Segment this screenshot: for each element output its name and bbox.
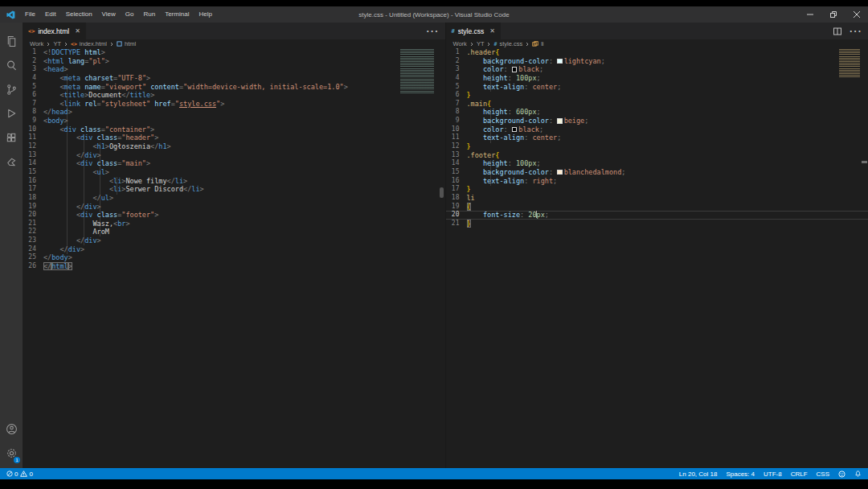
color-swatch[interactable] xyxy=(512,67,518,72)
more-actions-icon[interactable]: ⋯ xyxy=(849,23,862,39)
source-control-icon[interactable] xyxy=(0,77,23,101)
menu-item-go[interactable]: Go xyxy=(121,6,139,23)
tab-index-html[interactable]: <> index.html ✕ xyxy=(23,23,87,39)
restore-button[interactable] xyxy=(821,6,845,23)
code-line[interactable]: 13 </div> xyxy=(23,151,445,160)
code-line[interactable]: 24 </div> xyxy=(23,245,445,254)
code-line[interactable]: 5 text-align: center; xyxy=(446,83,868,92)
explorer-icon[interactable] xyxy=(0,29,23,53)
tab-bar-right: # style.css ✕ ⋯ xyxy=(446,23,868,39)
breadcrumb-item[interactable]: style.css xyxy=(499,40,522,47)
tab-style-css[interactable]: # style.css ✕ xyxy=(446,23,502,39)
code-line[interactable]: 20 font-size: 20px; xyxy=(446,211,868,220)
color-swatch[interactable] xyxy=(557,170,563,175)
code-line[interactable]: 16 <li>Nowe filmy</li> xyxy=(23,177,445,186)
menu-item-terminal[interactable]: Terminal xyxy=(160,6,194,23)
code-line[interactable]: 11 text-align: center; xyxy=(446,134,868,142)
close-tab-icon[interactable]: ✕ xyxy=(489,27,495,35)
eol-sequence[interactable]: CRLF xyxy=(791,471,808,478)
code-line[interactable]: 20 <div class="footer"> xyxy=(23,211,445,220)
code-line[interactable]: 21 Wasz,<br> xyxy=(23,220,445,228)
code-line[interactable]: 18 </ul> xyxy=(23,194,445,203)
feedback-smiley-icon[interactable] xyxy=(838,471,845,478)
code-line[interactable]: 10 color: black; xyxy=(446,125,868,134)
menu-item-selection[interactable]: Selection xyxy=(61,6,97,23)
code-line[interactable]: 12} xyxy=(446,142,868,151)
problems-warnings[interactable]: 0 xyxy=(20,471,32,478)
language-mode[interactable]: CSS xyxy=(817,471,829,478)
code-line[interactable]: 19{ xyxy=(446,203,868,212)
code-line[interactable]: 7 <link rel="stylesheet" href="style.css… xyxy=(23,100,445,109)
code-editor-style-css[interactable]: 1.header{2 background-color: lightcyan;3… xyxy=(446,48,868,468)
color-swatch[interactable] xyxy=(512,127,518,133)
code-line[interactable]: 19 </div> xyxy=(23,203,445,212)
breadcrumb-item[interactable]: Work xyxy=(453,40,467,47)
color-swatch[interactable] xyxy=(557,59,563,64)
breadcrumb-item[interactable]: li xyxy=(541,40,543,47)
code-line[interactable]: 3<head> xyxy=(23,65,445,74)
live-share-icon[interactable] xyxy=(0,150,23,174)
code-line[interactable]: 3 color: black; xyxy=(446,65,868,74)
code-line[interactable]: 21} xyxy=(446,220,868,228)
code-line[interactable]: 5 <meta name="viewport" content="width=d… xyxy=(23,83,445,92)
search-icon[interactable] xyxy=(0,53,23,77)
code-line[interactable]: 26</html> xyxy=(23,262,445,271)
code-line[interactable]: 8 height: 600px; xyxy=(446,108,868,117)
code-editor-index-html[interactable]: 1<!DOCTYPE html>2<html lang="pl">3<head>… xyxy=(23,48,445,468)
menu-item-view[interactable]: View xyxy=(97,6,121,23)
line-number: 13 xyxy=(446,151,467,160)
line-number: 24 xyxy=(23,245,43,254)
extensions-icon[interactable] xyxy=(0,125,23,150)
account-icon[interactable] xyxy=(0,417,23,441)
problems-errors[interactable]: 0 xyxy=(6,471,18,478)
code-line[interactable]: 14 height: 100px; xyxy=(446,159,868,168)
split-editor-icon[interactable] xyxy=(833,27,841,35)
code-line[interactable]: 2<html lang="pl"> xyxy=(23,57,445,66)
code-line[interactable]: 6 <title>Document</title> xyxy=(23,91,445,100)
color-swatch[interactable] xyxy=(557,118,563,124)
code-line[interactable]: 14 <div class="main"> xyxy=(23,159,445,168)
code-line[interactable]: 18li xyxy=(446,194,868,203)
code-line[interactable]: 25</body> xyxy=(23,253,445,262)
code-line[interactable]: 1.header{ xyxy=(446,48,868,57)
encoding[interactable]: UTF-8 xyxy=(764,471,782,478)
close-window-button[interactable] xyxy=(845,6,868,23)
more-actions-icon[interactable]: ⋯ xyxy=(426,23,439,39)
code-line[interactable]: 7.main{ xyxy=(446,100,868,109)
cursor-position[interactable]: Ln 20, Col 18 xyxy=(679,471,718,478)
breadcrumb-item[interactable]: YT xyxy=(53,40,61,47)
close-tab-icon[interactable]: ✕ xyxy=(75,27,80,35)
menu-item-run[interactable]: Run xyxy=(138,6,160,23)
indentation[interactable]: Spaces: 4 xyxy=(726,471,755,478)
code-line[interactable]: 9 background-color: beige; xyxy=(446,117,868,125)
code-line[interactable]: 10 <div class="container"> xyxy=(23,125,445,134)
code-line[interactable]: 12 <h1>Ogłoszenia</h1> xyxy=(23,142,445,151)
breadcrumb-item[interactable]: index.html xyxy=(80,40,107,47)
code-line[interactable]: 1<!DOCTYPE html> xyxy=(23,48,445,57)
code-line[interactable]: 9<body> xyxy=(23,117,445,125)
code-line[interactable]: 15 background-color: blanchedalmond; xyxy=(446,168,868,177)
minimize-button[interactable] xyxy=(798,6,821,23)
code-line[interactable]: 17 <li>Serwer Discord</li> xyxy=(23,185,445,194)
notifications-bell-icon[interactable] xyxy=(854,471,862,478)
code-line[interactable]: 8</head> xyxy=(23,108,445,117)
code-line[interactable]: 11 <div class="header"> xyxy=(23,134,445,142)
code-line[interactable]: 6} xyxy=(446,91,868,100)
breadcrumb-item[interactable]: Work xyxy=(30,40,43,47)
code-line[interactable]: 15 <ul> xyxy=(23,168,445,177)
code-line[interactable]: 22 AroM xyxy=(23,228,445,236)
menu-item-help[interactable]: Help xyxy=(194,6,216,23)
code-line[interactable]: 17} xyxy=(446,185,868,194)
run-debug-icon[interactable] xyxy=(0,101,23,125)
code-line[interactable]: 2 background-color: lightcyan; xyxy=(446,57,868,66)
code-line[interactable]: 4 <meta charset="UTF-8"> xyxy=(23,74,445,83)
breadcrumb-item[interactable]: YT xyxy=(477,40,485,47)
menu-item-file[interactable]: File xyxy=(20,6,40,23)
code-line[interactable]: 23 </div> xyxy=(23,236,445,245)
breadcrumb-item[interactable]: html xyxy=(125,40,136,47)
code-line[interactable]: 16 text-align: right; xyxy=(446,177,868,186)
code-line[interactable]: 4 height: 100px; xyxy=(446,74,868,83)
menu-item-edit[interactable]: Edit xyxy=(40,6,61,23)
settings-gear-icon[interactable]: 1 xyxy=(0,441,23,465)
code-line[interactable]: 13.footer{ xyxy=(446,151,868,160)
